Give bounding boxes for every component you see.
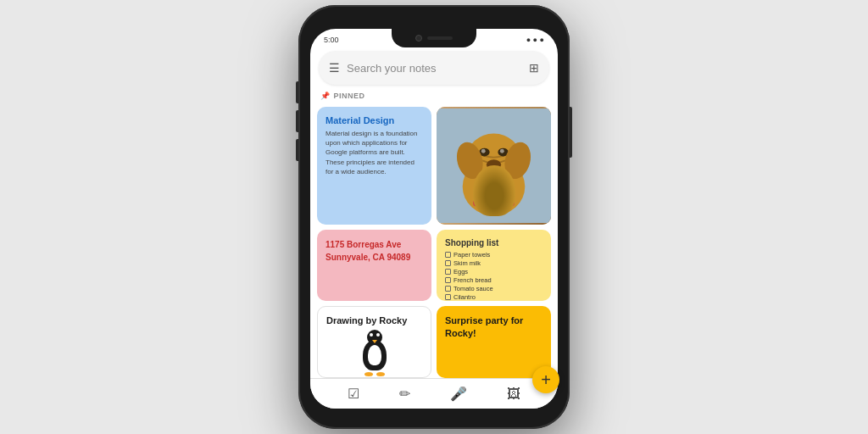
drawing-note-title: Drawing by Rocky bbox=[326, 315, 422, 326]
image-icon[interactable]: 🖼 bbox=[507, 387, 520, 402]
shopping-item: Paper towels bbox=[445, 251, 542, 259]
phone-frame: 5:00 ● ● ● ☰ Search your notes ⊞ 📌 PINNE… bbox=[298, 5, 570, 429]
svg-rect-10 bbox=[473, 200, 515, 206]
note-shopping[interactable]: Shopping list Paper towelsSkim milkEggsF… bbox=[437, 230, 551, 301]
fab-button[interactable]: + bbox=[532, 366, 559, 393]
note-party[interactable]: Surprise party for Rocky! bbox=[437, 306, 551, 379]
shopping-item: French bread bbox=[445, 276, 542, 284]
pencil-icon[interactable]: ✏ bbox=[399, 386, 410, 402]
svg-point-6 bbox=[500, 149, 504, 153]
search-bar[interactable]: ☰ Search your notes ⊞ bbox=[319, 51, 549, 85]
dog-photo bbox=[437, 107, 551, 225]
svg-point-5 bbox=[481, 149, 486, 153]
notch bbox=[392, 29, 476, 47]
note-material[interactable]: Material Design Material design is a fou… bbox=[317, 107, 431, 225]
speaker bbox=[427, 36, 453, 40]
volume-up-btn bbox=[296, 81, 298, 103]
pin-icon: 📌 bbox=[320, 92, 331, 100]
notes-grid: Material Design Material design is a fou… bbox=[310, 103, 558, 378]
shopping-note-title: Shopping list bbox=[445, 238, 542, 248]
mute-btn bbox=[296, 139, 298, 161]
search-placeholder[interactable]: Search your notes bbox=[347, 62, 522, 75]
material-note-title: Material Design bbox=[326, 115, 423, 125]
shopping-item: Skim milk bbox=[445, 259, 542, 267]
shopping-item: Cilantro bbox=[445, 293, 542, 301]
party-note-body: Surprise party for Rocky! bbox=[445, 314, 542, 341]
mic-icon[interactable]: 🎤 bbox=[450, 386, 467, 402]
bottom-nav: ☑ ✏ 🎤 🖼 bbox=[310, 378, 558, 409]
check-icon[interactable]: ☑ bbox=[348, 386, 359, 402]
shopping-item: Tomato sauce bbox=[445, 285, 542, 292]
camera bbox=[415, 35, 422, 42]
note-address[interactable]: 1175 Borregas Ave Sunnyvale, CA 94089 bbox=[317, 230, 431, 301]
material-note-body: Material design is a foundation upon whi… bbox=[326, 129, 423, 176]
svg-rect-0 bbox=[437, 108, 551, 223]
status-icons: ● ● ● bbox=[526, 36, 544, 44]
grid-view-icon[interactable]: ⊞ bbox=[529, 61, 539, 75]
note-dog-image[interactable] bbox=[437, 107, 551, 225]
shopping-item: Eggs bbox=[445, 268, 542, 275]
phone-screen: 5:00 ● ● ● ☰ Search your notes ⊞ 📌 PINNE… bbox=[310, 29, 558, 409]
penguin-drawing bbox=[326, 329, 422, 379]
menu-icon[interactable]: ☰ bbox=[329, 61, 340, 75]
power-btn bbox=[570, 107, 572, 158]
shopping-items: Paper towelsSkim milkEggsFrench breadTom… bbox=[445, 251, 542, 301]
address-note-body: 1175 Borregas Ave Sunnyvale, CA 94089 bbox=[326, 238, 423, 264]
status-time: 5:00 bbox=[324, 36, 339, 44]
note-drawing[interactable]: Drawing by Rocky bbox=[317, 306, 431, 379]
svg-point-7 bbox=[487, 159, 501, 170]
volume-down-btn bbox=[296, 110, 298, 132]
pinned-label: 📌 PINNED bbox=[310, 88, 558, 103]
